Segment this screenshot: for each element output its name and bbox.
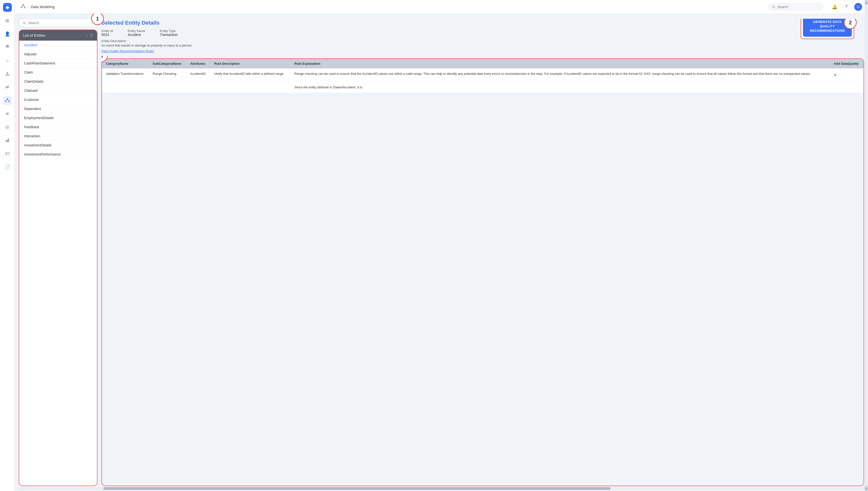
- list-item[interactable]: InvestmentDetails: [19, 141, 97, 150]
- table-header-row: CategoryNameSubCategoryNameAttributesRul…: [102, 59, 864, 68]
- list-item[interactable]: Customer: [19, 95, 97, 104]
- entity-description-text: An event that results in damage to prope…: [102, 44, 815, 47]
- entity-search-box[interactable]: [19, 19, 97, 27]
- entity-list-title: List of Entites: [23, 33, 45, 37]
- svg-line-15: [21, 6, 23, 7]
- nav-chart[interactable]: [3, 136, 12, 145]
- entity-description-label: Entity Description: [102, 39, 815, 43]
- svg-line-20: [25, 23, 26, 24]
- table-header-cell: Rule Description: [210, 59, 290, 68]
- table-cell: [186, 82, 210, 93]
- sidebar-nav: ◈ ⊞ 👤 ⌂ ⇌ ≋ ◎ 🏷 📄: [0, 0, 15, 491]
- entity-search-input[interactable]: [28, 21, 93, 25]
- sort-icon[interactable]: ↓: [86, 33, 88, 38]
- bottom-scrollbar[interactable]: [19, 487, 864, 490]
- table-row: Validation TransformationsRange Checking…: [102, 68, 864, 82]
- nav-doc[interactable]: 📄: [3, 163, 12, 171]
- entity-list-container: List of Entites ↓ ▽ AccidentAdjusterCash…: [19, 30, 97, 486]
- notifications-icon[interactable]: 🔔: [831, 3, 838, 11]
- table-cell: Validation Transformations: [102, 68, 149, 82]
- entity-list: AccidentAdjusterCashFlowStatementClaimCl…: [19, 40, 97, 159]
- nav-users[interactable]: [3, 43, 12, 52]
- svg-point-5: [5, 101, 6, 102]
- list-item[interactable]: Accident: [19, 40, 97, 50]
- entity-type-value: Transaction: [160, 33, 178, 37]
- list-item[interactable]: ClaimDetails: [19, 77, 97, 86]
- main-area: › Data Modeling 🔔 ? U 1: [15, 0, 868, 491]
- dqr-link[interactable]: Data Quality Recommendation Rules: [102, 49, 815, 53]
- table-cell: AccidentID: [186, 68, 210, 82]
- breadcrumb: › Data Modeling: [21, 4, 55, 9]
- table-header-cell: Rule Explanation: [290, 59, 830, 68]
- help-icon[interactable]: ?: [842, 3, 850, 11]
- list-item[interactable]: Claim: [19, 68, 97, 77]
- list-item[interactable]: Adjuster: [19, 50, 97, 59]
- add-dq-icon[interactable]: +: [834, 73, 837, 78]
- left-panel: 1 List of Entites ↓ ▽: [19, 19, 97, 486]
- table-header-cell: SubCategoryName: [149, 59, 186, 68]
- nav-data-model[interactable]: [3, 96, 12, 105]
- filter-icon[interactable]: ▽: [90, 33, 93, 38]
- list-item[interactable]: EmploymentDetails: [19, 113, 97, 122]
- entity-name-label: Entity Name: [128, 29, 145, 33]
- table-cell: [149, 82, 186, 93]
- entity-details-title: Selected Entity Details: [102, 20, 815, 26]
- entity-list-header: List of Entites ↓ ▽: [19, 30, 97, 40]
- nav-tag[interactable]: 🏷: [3, 149, 12, 158]
- table-cell: [830, 82, 864, 93]
- svg-line-18: [774, 7, 775, 8]
- nav-table[interactable]: ⊞: [3, 16, 12, 25]
- table-header-cell: Attributes: [186, 59, 210, 68]
- entity-id-value: 5024: [102, 33, 113, 37]
- table-body: Validation TransformationsRange Checking…: [102, 68, 864, 93]
- nav-target[interactable]: ◎: [3, 122, 12, 132]
- list-item[interactable]: Claimant: [19, 86, 97, 95]
- entity-meta: Entity Id 5024 Entity Name Accident Enti…: [102, 29, 815, 37]
- header-search-box[interactable]: [769, 3, 823, 10]
- breadcrumb-title: Data Modeling: [31, 5, 55, 9]
- table-scroll[interactable]: CategoryNameSubCategoryNameAttributesRul…: [102, 59, 864, 486]
- header-icons: 🔔 ? U: [831, 3, 862, 11]
- nav-upload[interactable]: [3, 69, 12, 78]
- scroll-track: [865, 14, 868, 486]
- table-cell: Verify that AccidentID falls within a de…: [210, 68, 290, 82]
- entity-details: Selected Entity Details Entity Id 5024 E…: [102, 19, 864, 56]
- breadcrumb-separator: ›: [28, 5, 29, 9]
- top-header: › Data Modeling 🔔 ? U: [15, 0, 868, 14]
- table-header: CategoryNameSubCategoryNameAttributesRul…: [102, 59, 864, 68]
- generate-section: 2 GENERATE DATA QUALITYRECOMMENDATIONS: [844, 19, 857, 29]
- table-cell: [102, 82, 149, 93]
- user-avatar[interactable]: U: [854, 3, 862, 11]
- entity-name-value: Accident: [128, 33, 145, 37]
- right-scrollbar[interactable]: ▲ ▼: [865, 14, 868, 486]
- entity-id-group: Entity Id 5024: [102, 29, 113, 37]
- svg-line-7: [6, 100, 7, 101]
- nav-flow[interactable]: ≋: [3, 109, 12, 118]
- nav-transfer[interactable]: ⇌: [3, 83, 12, 91]
- list-item[interactable]: Interaction: [19, 132, 97, 141]
- list-item[interactable]: CashFlowStatement: [19, 59, 97, 68]
- svg-rect-10: [7, 140, 8, 142]
- table-header-cell: Add DataQuality: [830, 59, 864, 68]
- svg-line-16: [23, 6, 25, 7]
- table-cell: [210, 82, 290, 93]
- svg-point-6: [8, 101, 9, 102]
- svg-rect-3: [6, 75, 9, 75]
- entity-type-group: Entity Type Transaction: [160, 29, 178, 37]
- list-item[interactable]: InvestmentPerformance: [19, 150, 97, 159]
- header-search-input[interactable]: [777, 5, 819, 9]
- nav-user[interactable]: 👤: [3, 30, 12, 38]
- svg-rect-11: [8, 139, 9, 142]
- entity-type-label: Entity Type: [160, 29, 178, 33]
- svg-point-12: [23, 4, 24, 6]
- list-item[interactable]: Dependent: [19, 104, 97, 113]
- table-cell: Since the entity attribute is 'DateofAcc…: [290, 82, 830, 93]
- app-logo[interactable]: ◈: [3, 3, 12, 12]
- list-item[interactable]: Feedback: [19, 122, 97, 132]
- entity-list-actions: ↓ ▽: [86, 33, 93, 38]
- nav-home[interactable]: ⌂: [3, 56, 12, 65]
- svg-line-8: [7, 100, 9, 101]
- entity-id-label: Entity Id: [102, 29, 113, 33]
- entity-search-icon: [23, 21, 26, 25]
- content-area: 1 List of Entites ↓ ▽: [15, 14, 868, 486]
